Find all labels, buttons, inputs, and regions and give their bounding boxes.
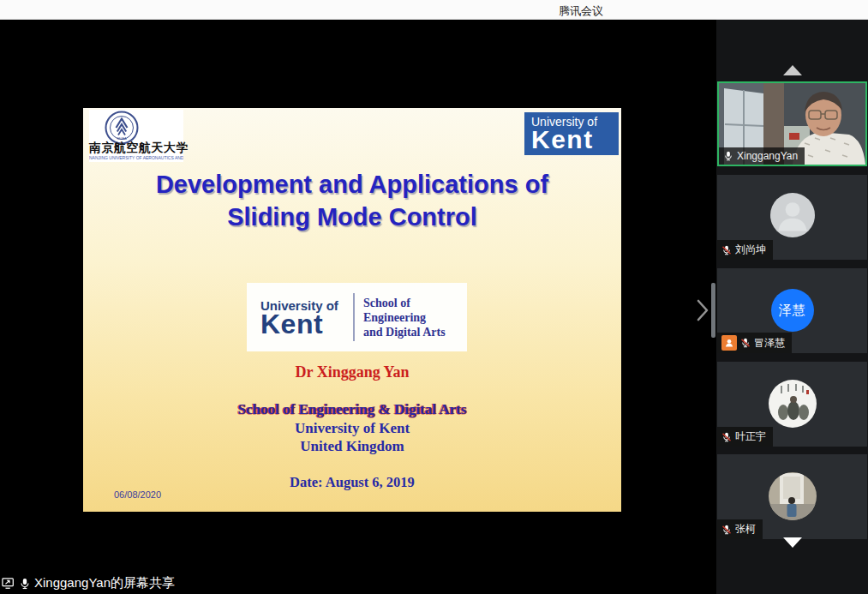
svg-text:NUAA: NUAA (117, 136, 126, 141)
participant-name-chip: 刘尚坤 (717, 240, 773, 260)
participant-name-chip: 叶正宇 (717, 427, 773, 447)
kent-school-wordmark: University of Kent (247, 298, 350, 336)
sidebar-scrollbar[interactable] (711, 283, 715, 338)
kent-school-logo: University of Kent School of Engineering… (247, 283, 467, 351)
share-label: XinggangYan的屏幕共享 (34, 575, 175, 591)
participant-tile-xinggangyan[interactable]: XinggangYan (717, 81, 867, 166)
avatar-silhouette-icon (770, 193, 815, 237)
participant-name-chip: XinggangYan (719, 147, 805, 165)
slide-title-line1: Development and Applications of (83, 168, 621, 201)
slide-footer-date: 06/08/2020 (114, 489, 161, 500)
affiliation-line1: School of Engineering & Digital Arts (83, 400, 621, 419)
chevron-right-icon[interactable] (696, 298, 709, 322)
mic-icon (723, 151, 733, 161)
meeting-window: 腾讯会议 NUAA 南京航空航天大学 NANJING UNIVERSITY OF… (0, 0, 868, 594)
participant-tile-zhangke[interactable]: 张柯 (717, 454, 867, 539)
participant-name: 叶正宇 (735, 429, 766, 444)
screen-share-status: XinggangYan的屏幕共享 (2, 575, 175, 591)
shared-slide: NUAA 南京航空航天大学 NANJING UNIVERSITY OF AERO… (83, 108, 621, 512)
kent-logo: University of Kent (524, 112, 619, 155)
profile-badge-icon (721, 335, 737, 351)
chevron-down-icon[interactable] (783, 537, 802, 548)
participants-panel: XinggangYan 刘尚坤 泽慧 (716, 20, 868, 594)
slide-title: Development and Applications of Sliding … (83, 168, 621, 233)
photo-avatar (769, 380, 817, 428)
photo-avatar (769, 472, 817, 520)
share-screen-icon (2, 577, 15, 590)
logo-divider (353, 293, 355, 341)
mic-muted-icon (740, 338, 751, 348)
mic-icon (19, 578, 31, 590)
mic-muted-icon (721, 525, 732, 535)
participant-name: 张柯 (735, 522, 756, 537)
affiliation-line2: University of Kent (83, 419, 621, 438)
nuaa-emblem-icon: NUAA (105, 111, 139, 145)
nuaa-name-en: NANJING UNIVERSITY OF AERONAUTICS AND AS… (89, 155, 183, 160)
slide-title-line2: Sliding Mode Control (83, 201, 621, 233)
app-title: 腾讯会议 (559, 3, 603, 19)
nuaa-logo: NUAA 南京航空航天大学 NANJING UNIVERSITY OF AERO… (89, 110, 183, 162)
participant-tile-liushangkun[interactable]: 刘尚坤 (717, 175, 867, 260)
presenter-name: Dr Xinggang Yan (83, 363, 621, 381)
affiliation-block: School of Engineering & Digital Arts Uni… (83, 400, 621, 456)
chevron-up-icon[interactable] (783, 65, 802, 75)
participant-name: XinggangYan (737, 150, 798, 162)
participant-tile-maozehui[interactable]: 泽慧 冒泽慧 (717, 268, 867, 353)
titlebar: 腾讯会议 (0, 0, 868, 20)
mic-muted-icon (721, 245, 732, 255)
mic-muted-icon (721, 432, 732, 442)
participant-name-chip: 冒泽慧 (717, 333, 792, 353)
participant-tile-yezhengyu[interactable]: 叶正宇 (717, 362, 867, 447)
affiliation-line3: United Kingdom (83, 437, 621, 456)
presentation-date: Date: August 6, 2019 (83, 474, 621, 491)
kent-logo-line2: Kent (531, 125, 619, 154)
participant-name-chip: 张柯 (717, 519, 763, 539)
participant-name: 冒泽慧 (754, 336, 785, 351)
initials-avatar: 泽慧 (771, 289, 814, 332)
kent-school-name: School of Engineering and Digital Arts (363, 296, 446, 339)
nuaa-name-cn: 南京航空航天大学 (89, 141, 183, 156)
participant-name: 刘尚坤 (735, 243, 766, 257)
